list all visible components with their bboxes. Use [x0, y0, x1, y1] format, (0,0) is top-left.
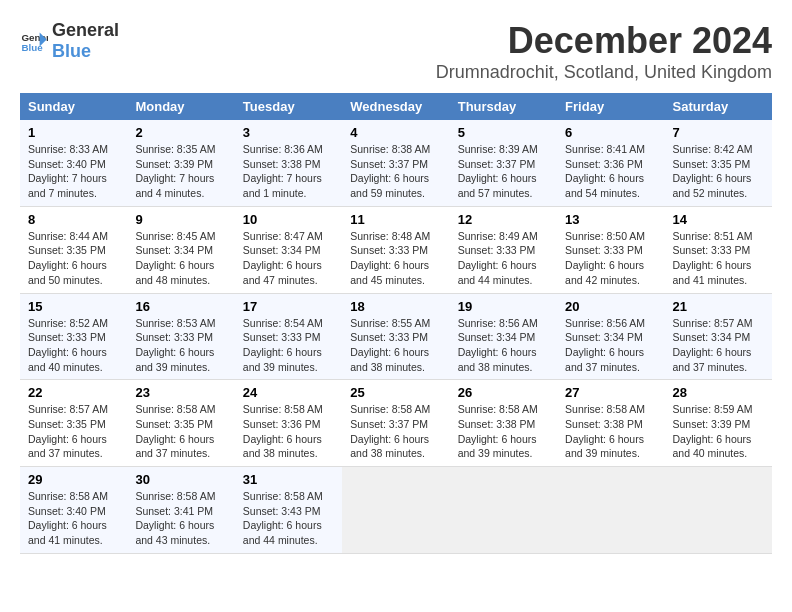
day-number: 3	[243, 125, 334, 140]
day-number: 28	[673, 385, 764, 400]
day-info: Sunrise: 8:55 AMSunset: 3:33 PMDaylight:…	[350, 317, 430, 373]
calendar-cell: 5 Sunrise: 8:39 AMSunset: 3:37 PMDayligh…	[450, 120, 557, 206]
day-number: 23	[135, 385, 226, 400]
calendar-cell	[342, 467, 449, 554]
day-number: 9	[135, 212, 226, 227]
day-number: 21	[673, 299, 764, 314]
day-number: 5	[458, 125, 549, 140]
calendar-cell: 13 Sunrise: 8:50 AMSunset: 3:33 PMDaylig…	[557, 206, 664, 293]
day-number: 19	[458, 299, 549, 314]
day-info: Sunrise: 8:33 AMSunset: 3:40 PMDaylight:…	[28, 143, 108, 199]
calendar-cell	[450, 467, 557, 554]
day-number: 4	[350, 125, 441, 140]
day-number: 24	[243, 385, 334, 400]
day-info: Sunrise: 8:52 AMSunset: 3:33 PMDaylight:…	[28, 317, 108, 373]
calendar-cell: 25 Sunrise: 8:58 AMSunset: 3:37 PMDaylig…	[342, 380, 449, 467]
day-info: Sunrise: 8:59 AMSunset: 3:39 PMDaylight:…	[673, 403, 753, 459]
day-number: 18	[350, 299, 441, 314]
day-info: Sunrise: 8:42 AMSunset: 3:35 PMDaylight:…	[673, 143, 753, 199]
day-info: Sunrise: 8:58 AMSunset: 3:36 PMDaylight:…	[243, 403, 323, 459]
logo: General Blue General Blue	[20, 20, 119, 62]
day-info: Sunrise: 8:58 AMSunset: 3:38 PMDaylight:…	[458, 403, 538, 459]
calendar-cell: 22 Sunrise: 8:57 AMSunset: 3:35 PMDaylig…	[20, 380, 127, 467]
day-number: 26	[458, 385, 549, 400]
svg-text:Blue: Blue	[21, 42, 43, 53]
calendar-cell: 3 Sunrise: 8:36 AMSunset: 3:38 PMDayligh…	[235, 120, 342, 206]
calendar-cell: 7 Sunrise: 8:42 AMSunset: 3:35 PMDayligh…	[665, 120, 772, 206]
calendar-cell: 19 Sunrise: 8:56 AMSunset: 3:34 PMDaylig…	[450, 293, 557, 380]
day-number: 31	[243, 472, 334, 487]
day-number: 17	[243, 299, 334, 314]
day-info: Sunrise: 8:58 AMSunset: 3:40 PMDaylight:…	[28, 490, 108, 546]
logo-icon: General Blue	[20, 27, 48, 55]
subtitle: Drumnadrochit, Scotland, United Kingdom	[436, 62, 772, 83]
calendar-cell: 8 Sunrise: 8:44 AMSunset: 3:35 PMDayligh…	[20, 206, 127, 293]
calendar-cell: 4 Sunrise: 8:38 AMSunset: 3:37 PMDayligh…	[342, 120, 449, 206]
day-number: 16	[135, 299, 226, 314]
day-info: Sunrise: 8:35 AMSunset: 3:39 PMDaylight:…	[135, 143, 215, 199]
calendar-cell: 1 Sunrise: 8:33 AMSunset: 3:40 PMDayligh…	[20, 120, 127, 206]
week-row-2: 8 Sunrise: 8:44 AMSunset: 3:35 PMDayligh…	[20, 206, 772, 293]
day-info: Sunrise: 8:58 AMSunset: 3:35 PMDaylight:…	[135, 403, 215, 459]
calendar-cell: 14 Sunrise: 8:51 AMSunset: 3:33 PMDaylig…	[665, 206, 772, 293]
day-info: Sunrise: 8:56 AMSunset: 3:34 PMDaylight:…	[458, 317, 538, 373]
header-day-friday: Friday	[557, 93, 664, 120]
header-day-wednesday: Wednesday	[342, 93, 449, 120]
calendar-cell: 31 Sunrise: 8:58 AMSunset: 3:43 PMDaylig…	[235, 467, 342, 554]
header-day-saturday: Saturday	[665, 93, 772, 120]
day-number: 27	[565, 385, 656, 400]
day-number: 11	[350, 212, 441, 227]
calendar-cell: 28 Sunrise: 8:59 AMSunset: 3:39 PMDaylig…	[665, 380, 772, 467]
day-info: Sunrise: 8:36 AMSunset: 3:38 PMDaylight:…	[243, 143, 323, 199]
calendar-cell: 26 Sunrise: 8:58 AMSunset: 3:38 PMDaylig…	[450, 380, 557, 467]
day-number: 25	[350, 385, 441, 400]
week-row-1: 1 Sunrise: 8:33 AMSunset: 3:40 PMDayligh…	[20, 120, 772, 206]
calendar-cell: 21 Sunrise: 8:57 AMSunset: 3:34 PMDaylig…	[665, 293, 772, 380]
calendar-cell: 6 Sunrise: 8:41 AMSunset: 3:36 PMDayligh…	[557, 120, 664, 206]
day-info: Sunrise: 8:58 AMSunset: 3:38 PMDaylight:…	[565, 403, 645, 459]
calendar-cell: 16 Sunrise: 8:53 AMSunset: 3:33 PMDaylig…	[127, 293, 234, 380]
day-number: 2	[135, 125, 226, 140]
day-number: 29	[28, 472, 119, 487]
day-number: 7	[673, 125, 764, 140]
calendar-table: SundayMondayTuesdayWednesdayThursdayFrid…	[20, 93, 772, 554]
day-info: Sunrise: 8:54 AMSunset: 3:33 PMDaylight:…	[243, 317, 323, 373]
calendar-cell: 11 Sunrise: 8:48 AMSunset: 3:33 PMDaylig…	[342, 206, 449, 293]
calendar-cell: 29 Sunrise: 8:58 AMSunset: 3:40 PMDaylig…	[20, 467, 127, 554]
day-number: 6	[565, 125, 656, 140]
header: General Blue General Blue December 2024 …	[20, 20, 772, 83]
title-area: December 2024 Drumnadrochit, Scotland, U…	[436, 20, 772, 83]
logo-blue: Blue	[52, 41, 91, 61]
day-info: Sunrise: 8:58 AMSunset: 3:43 PMDaylight:…	[243, 490, 323, 546]
header-day-tuesday: Tuesday	[235, 93, 342, 120]
day-number: 12	[458, 212, 549, 227]
day-info: Sunrise: 8:51 AMSunset: 3:33 PMDaylight:…	[673, 230, 753, 286]
day-info: Sunrise: 8:48 AMSunset: 3:33 PMDaylight:…	[350, 230, 430, 286]
header-day-monday: Monday	[127, 93, 234, 120]
day-info: Sunrise: 8:41 AMSunset: 3:36 PMDaylight:…	[565, 143, 645, 199]
calendar-cell: 24 Sunrise: 8:58 AMSunset: 3:36 PMDaylig…	[235, 380, 342, 467]
calendar-cell: 12 Sunrise: 8:49 AMSunset: 3:33 PMDaylig…	[450, 206, 557, 293]
main-title: December 2024	[436, 20, 772, 62]
logo-general: General	[52, 20, 119, 40]
day-info: Sunrise: 8:45 AMSunset: 3:34 PMDaylight:…	[135, 230, 215, 286]
header-day-sunday: Sunday	[20, 93, 127, 120]
day-info: Sunrise: 8:50 AMSunset: 3:33 PMDaylight:…	[565, 230, 645, 286]
calendar-cell: 18 Sunrise: 8:55 AMSunset: 3:33 PMDaylig…	[342, 293, 449, 380]
calendar-cell: 17 Sunrise: 8:54 AMSunset: 3:33 PMDaylig…	[235, 293, 342, 380]
calendar-cell: 15 Sunrise: 8:52 AMSunset: 3:33 PMDaylig…	[20, 293, 127, 380]
day-info: Sunrise: 8:47 AMSunset: 3:34 PMDaylight:…	[243, 230, 323, 286]
day-number: 14	[673, 212, 764, 227]
day-info: Sunrise: 8:49 AMSunset: 3:33 PMDaylight:…	[458, 230, 538, 286]
day-number: 20	[565, 299, 656, 314]
day-info: Sunrise: 8:38 AMSunset: 3:37 PMDaylight:…	[350, 143, 430, 199]
day-number: 10	[243, 212, 334, 227]
week-row-5: 29 Sunrise: 8:58 AMSunset: 3:40 PMDaylig…	[20, 467, 772, 554]
week-row-4: 22 Sunrise: 8:57 AMSunset: 3:35 PMDaylig…	[20, 380, 772, 467]
day-number: 8	[28, 212, 119, 227]
day-info: Sunrise: 8:57 AMSunset: 3:35 PMDaylight:…	[28, 403, 108, 459]
day-info: Sunrise: 8:57 AMSunset: 3:34 PMDaylight:…	[673, 317, 753, 373]
week-row-3: 15 Sunrise: 8:52 AMSunset: 3:33 PMDaylig…	[20, 293, 772, 380]
calendar-cell: 9 Sunrise: 8:45 AMSunset: 3:34 PMDayligh…	[127, 206, 234, 293]
day-number: 22	[28, 385, 119, 400]
